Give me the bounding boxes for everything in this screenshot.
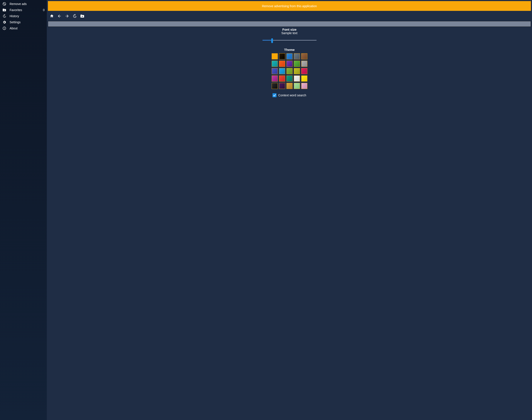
sidebar-item-label: Remove ads [10, 2, 45, 6]
info-icon [2, 26, 7, 30]
history-icon [2, 14, 7, 18]
home-button[interactable] [48, 13, 56, 20]
theme-grid [272, 53, 307, 89]
theme-swatch-gray[interactable] [301, 61, 307, 67]
folder-star-icon [80, 14, 84, 18]
theme-swatch-mint[interactable] [294, 83, 300, 89]
theme-swatch-orange[interactable] [272, 53, 278, 59]
search-input[interactable] [48, 21, 531, 27]
ad-banner-text: Remove advertising from this application [262, 4, 317, 8]
theme-title: Theme [284, 48, 295, 52]
gear-icon [2, 20, 7, 24]
block-icon [2, 2, 7, 6]
context-search-checkbox-row[interactable]: Context word search [273, 93, 306, 97]
check-icon [273, 93, 276, 97]
sidebar-item-remove-ads[interactable]: Remove ads [0, 1, 47, 7]
theme-swatch-rose[interactable] [301, 83, 307, 89]
sidebar-item-settings[interactable]: Settings [0, 19, 47, 25]
sidebar-item-about[interactable]: About [0, 25, 47, 31]
theme-swatch-sky[interactable] [279, 68, 285, 74]
theme-swatch-green[interactable] [294, 61, 300, 67]
theme-swatch-brown[interactable] [301, 53, 307, 59]
fontsize-title: Font size [282, 28, 297, 31]
theme-swatch-red[interactable] [279, 75, 285, 82]
history-icon [73, 14, 77, 18]
history-button[interactable] [71, 13, 78, 20]
sidebar-item-label: Settings [10, 20, 45, 24]
theme-swatch-gold[interactable] [286, 83, 293, 89]
sidebar-item-label: Favorites [10, 8, 43, 12]
forward-button [63, 13, 71, 20]
context-search-checkbox[interactable] [273, 93, 276, 97]
folder-star-icon [2, 8, 7, 12]
slider-fill [263, 40, 272, 41]
slider-thumb[interactable] [271, 38, 273, 43]
ad-banner[interactable]: Remove advertising from this application [48, 1, 531, 11]
fontsize-slider[interactable] [263, 39, 316, 42]
favorites-button[interactable] [78, 13, 86, 20]
home-icon [50, 14, 54, 18]
toolbar [47, 11, 532, 20]
sidebar-item-history[interactable]: History [0, 13, 47, 19]
theme-swatch-indigo[interactable] [272, 68, 278, 74]
theme-swatch-violet[interactable] [286, 61, 293, 67]
theme-swatch-yellow-olive[interactable] [294, 68, 300, 74]
theme-swatch-olive[interactable] [286, 68, 293, 74]
theme-swatch-slate[interactable] [294, 53, 300, 59]
back-button[interactable] [56, 13, 63, 20]
theme-swatch-blue[interactable] [286, 53, 293, 59]
theme-swatch-white[interactable] [294, 75, 300, 82]
sidebar-item-label: History [10, 14, 45, 18]
settings-content: Font size Sample text Theme Context word… [47, 27, 532, 420]
theme-swatch-yellow[interactable] [301, 75, 307, 82]
theme-swatch-dark-purple[interactable] [279, 83, 285, 89]
search-bar [48, 21, 531, 27]
sidebar: Remove ads Favorites 0 History Settings … [0, 0, 47, 420]
theme-swatch-dark-teal[interactable] [286, 75, 293, 82]
theme-swatch-magenta[interactable] [272, 75, 278, 82]
sample-text: Sample text [282, 31, 297, 35]
sidebar-item-label: About [10, 27, 45, 30]
main-panel: Remove advertising from this application… [47, 0, 532, 420]
sidebar-item-badge: 0 [43, 8, 45, 12]
theme-swatch-teal[interactable] [272, 61, 278, 67]
theme-swatch-black[interactable] [279, 53, 285, 59]
arrow-right-icon [65, 14, 69, 18]
theme-swatch-near-black[interactable] [272, 83, 278, 89]
theme-swatch-pink-red[interactable] [301, 68, 307, 74]
theme-swatch-deep-orange[interactable] [279, 61, 285, 67]
app-root: Remove ads Favorites 0 History Settings … [0, 0, 532, 420]
arrow-left-icon [57, 14, 62, 18]
context-search-label: Context word search [278, 93, 306, 97]
sidebar-item-favorites[interactable]: Favorites 0 [0, 7, 47, 13]
